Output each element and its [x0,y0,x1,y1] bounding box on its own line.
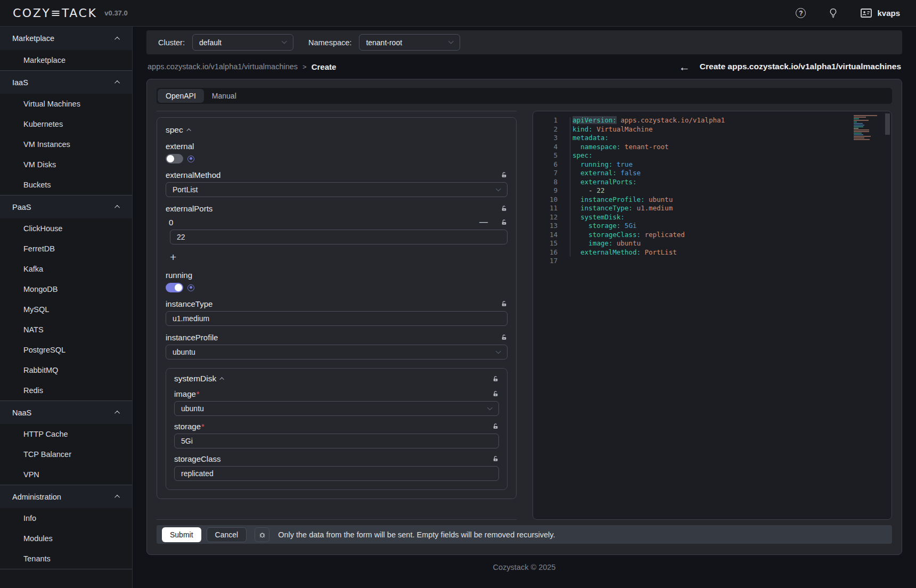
chevron-up-icon [114,411,120,416]
sidebar-item-buckets[interactable]: Buckets [0,175,132,195]
sidebar-item-info[interactable]: Info [0,508,132,528]
reset-field-icon[interactable] [187,156,194,162]
chevron-up-icon [114,205,120,210]
minimap-line [854,134,863,135]
bug-icon [258,530,266,538]
breadcrumb-current: Create [312,62,337,71]
code-text: externalPorts: [558,178,636,187]
help-button[interactable]: ? [796,8,806,18]
lock-icon[interactable] [492,423,499,430]
instanceProfile-select[interactable]: ubuntu [166,345,508,360]
running-toggle[interactable] [166,283,183,292]
sidebar-item-redis[interactable]: Redis [0,380,132,401]
sidebar-item-tcp-balancer[interactable]: TCP Balancer [0,444,132,464]
app-logo: COZY≡TACK [13,6,97,20]
chevron-up-icon [114,495,120,500]
external-toggle[interactable] [166,154,183,164]
code-text: running: true [558,160,633,169]
tab-manual[interactable]: Manual [204,89,244,103]
sidebar-item-kafka[interactable]: Kafka [0,259,132,279]
lock-icon[interactable] [492,390,499,397]
sidebar-item-vpn[interactable]: VPN [0,464,132,485]
sidebar-item-mysql[interactable]: MySQL [0,299,132,320]
minimap-line [854,133,862,134]
sidebar-item-virtual-machines[interactable]: Virtual Machines [0,94,132,114]
sidebar-item-postgresql[interactable]: PostgreSQL [0,340,132,360]
chevron-down-icon [496,348,501,354]
lock-icon[interactable] [501,205,508,212]
sidebar-item-vm-disks[interactable]: VM Disks [0,154,132,175]
field-label-storage: storage* [174,422,205,431]
lock-icon[interactable] [501,300,508,307]
minimap-line [854,123,863,124]
line-number: 1 [533,116,558,125]
list-item-header: 0— [166,217,508,227]
sidebar-item-mongodb[interactable]: MongoDB [0,279,132,299]
lock-icon[interactable] [501,334,508,341]
sidebar-item-marketplace[interactable]: Marketplace [0,50,132,70]
breadcrumb: apps.cozystack.io/v1alpha1/virtualmachin… [146,54,902,79]
sidebar-item-rabbitmq[interactable]: RabbitMQ [0,360,132,380]
remove-item-button[interactable]: — [479,218,488,226]
sidebar-item-modules[interactable]: Modules [0,528,132,549]
sidebar-item-tenants[interactable]: Tenants [0,549,132,569]
chevron-down-icon [448,38,454,44]
storageClass-input[interactable]: replicated [174,466,499,481]
field-label-externalmethod: externalMethod [166,170,220,179]
user-menu[interactable]: kvaps [861,9,900,18]
field-label-image: image* [174,389,200,398]
tab-openapi[interactable]: OpenAPI [158,89,204,103]
systemdisk-section-header[interactable]: systemDisk [174,374,224,383]
sidebar-item-vm-instances[interactable]: VM Instances [0,134,132,154]
yaml-editor[interactable]: 1apiVersion: apps.cozystack.io/v1alpha12… [533,111,892,520]
image-select[interactable]: ubuntu [174,401,499,416]
lock-icon[interactable] [492,375,499,382]
back-arrow-icon[interactable]: ← [679,61,690,72]
minimap-line [854,118,859,119]
sidebar-section-label: IaaS [12,78,28,87]
lock-icon[interactable] [492,455,499,462]
sidebar-section-iaas[interactable]: IaaS [0,70,132,94]
sidebar-item-kubernetes[interactable]: Kubernetes [0,114,132,134]
breadcrumb-path[interactable]: apps.cozystack.io/v1alpha1/virtualmachin… [148,62,298,71]
sidebar-section-administration[interactable]: Administration [0,485,132,508]
namespace-select[interactable]: tenant-root [359,34,460,51]
line-number: 16 [533,248,558,257]
debug-button[interactable] [255,527,269,542]
minimap-line [854,136,871,137]
sidebar-item-http-cache[interactable]: HTTP Cache [0,424,132,444]
code-text: externalMethod: PortList [558,248,677,257]
externalMethod-select[interactable]: PortList [166,182,508,197]
lock-icon[interactable] [501,172,508,178]
cancel-button[interactable]: Cancel [207,527,247,542]
sidebar-item-nats[interactable]: NATS [0,320,132,340]
externalPorts-item-input[interactable]: 22 [170,230,508,244]
reset-field-icon[interactable] [187,284,194,291]
sidebar-item-clickhouse[interactable]: ClickHouse [0,218,132,239]
editor-scrollbar[interactable] [885,113,890,135]
sidebar-section-marketplace[interactable]: Marketplace [0,27,132,50]
sidebar-section-label: NaaS [12,409,31,417]
field-label-running: running [166,271,192,280]
submit-button[interactable]: Submit [162,527,201,542]
systemdisk-section: systemDiskimage*ubuntustorage*5Gistorage… [166,368,508,490]
instanceType-input[interactable]: u1.medium [166,311,508,326]
code-text: spec: [558,151,593,160]
sidebar-section-naas[interactable]: NaaS [0,401,132,424]
cluster-select[interactable]: default [192,34,293,51]
code-line: 3metadata: [533,134,892,143]
code-line: 5spec: [533,151,892,160]
sidebar-item-ferretdb[interactable]: FerretDB [0,239,132,259]
code-line: 8 externalPorts: [533,178,892,187]
storage-input[interactable]: 5Gi [174,434,499,448]
form-note: Only the data from the form will be sent… [278,530,555,539]
sidebar-end-divider [0,569,132,569]
code-text: namespace: tenant-root [558,143,669,152]
sidebar-section-paas[interactable]: PaaS [0,195,132,218]
lock-icon[interactable] [501,219,508,226]
code-line: 11 instanceType: u1.medium [533,204,892,213]
add-item-button[interactable]: + [170,251,181,264]
theme-toggle-button[interactable] [829,8,837,18]
spec-section-header[interactable]: spec [166,125,508,135]
code-line: 12 systemDisk: [533,213,892,222]
